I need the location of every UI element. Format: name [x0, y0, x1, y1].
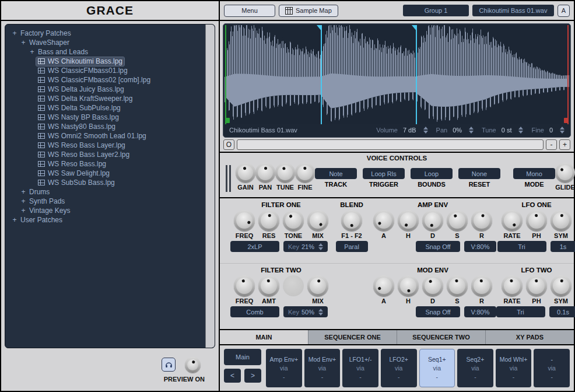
menu-button[interactable]: Menu: [224, 5, 275, 17]
a-button[interactable]: A: [558, 5, 570, 17]
waveform-scrollbar[interactable]: [237, 139, 544, 150]
field-value[interactable]: 7 dB: [403, 127, 416, 134]
stepper-arrows-icon[interactable]: [560, 127, 565, 134]
tree-leaf-ws-delta-kraftsweeper-lpg[interactable]: WS Delta KraftSweeper.lpg: [8, 94, 204, 103]
knob-pan[interactable]: [255, 163, 275, 183]
sample-end-marker[interactable]: [567, 25, 569, 124]
knob-gain[interactable]: [236, 163, 255, 183]
field-value[interactable]: 0%: [453, 127, 462, 134]
tab-sequencer-one[interactable]: SEQUENCER ONE: [308, 330, 397, 344]
tree-leaf-ws-delta-subpulse-lpg[interactable]: WS Delta SubPulse.lpg: [8, 103, 204, 113]
dropdown-snap-off[interactable]: Snap Off: [416, 306, 460, 317]
group-selector[interactable]: Group 1: [403, 5, 469, 16]
knob-h[interactable]: [398, 210, 419, 231]
knob-tone[interactable]: [283, 210, 304, 231]
zoom-in-button[interactable]: +: [559, 139, 570, 150]
dropdown-50[interactable]: Key50%: [283, 306, 328, 317]
knob-rate[interactable]: [502, 275, 523, 296]
knob-d[interactable]: [422, 275, 443, 296]
browser-scrollbar[interactable]: [205, 24, 215, 348]
knob-a[interactable]: [373, 275, 394, 296]
tree-node-bass-and-leads[interactable]: +Bass and Leads: [8, 47, 204, 57]
tree-node-user-patches[interactable]: +User Patches: [8, 215, 204, 225]
dropdown-snap-off[interactable]: Snap Off: [416, 241, 460, 252]
dropdown-1s[interactable]: 1s: [551, 241, 575, 252]
dropdown-21[interactable]: Key21%: [283, 241, 328, 252]
knob-mix[interactable]: [307, 210, 328, 231]
loop-end-marker[interactable]: [416, 25, 417, 124]
dropdown-comb[interactable]: Comb: [230, 306, 279, 317]
dropdown-tri[interactable]: Tri: [497, 241, 546, 252]
tree-node-drums[interactable]: +Drums: [8, 187, 204, 197]
dropdown-paral[interactable]: Paral: [336, 241, 368, 252]
mod-slot-2-mod-env[interactable]: Mod Env+via-: [304, 349, 341, 387]
tree-leaf-ws-delta-juicy-bass-lpg[interactable]: WS Delta Juicy Bass.lpg: [8, 85, 204, 94]
mod-next-button[interactable]: >: [244, 369, 261, 383]
tree-leaf-ws-nasty80-bass-lpg[interactable]: WS Nasty80 Bass.lpg: [8, 122, 204, 131]
sample-start-marker[interactable]: [225, 25, 226, 124]
tab-sequencer-two[interactable]: SEQUENCER TWO: [397, 330, 486, 344]
sample-name-selector[interactable]: Chikoutimi Bass 01.wav: [472, 5, 554, 16]
knob-tune[interactable]: [275, 163, 295, 183]
knob-freq[interactable]: [234, 275, 255, 296]
stepper-arrows-icon[interactable]: [318, 243, 323, 250]
dropdown-v-80[interactable]: V:80%: [464, 241, 496, 252]
stepper-arrows-icon[interactable]: [518, 127, 523, 134]
mod-slot-6-seq2[interactable]: Seq2+via-: [457, 349, 493, 387]
mod-slot-7-mod-whl[interactable]: Mod Whl+via-: [496, 349, 532, 387]
tree-node-vintage-keys[interactable]: +Vintage Keys: [8, 206, 204, 215]
zoom-reset-button[interactable]: O: [223, 139, 234, 150]
tree-leaf-ws-reso-bass-layer2-lpg[interactable]: WS Reso Bass Layer2.lpg: [8, 150, 204, 159]
knob-mix[interactable]: [307, 275, 328, 296]
knob-sym[interactable]: [551, 275, 572, 296]
dropdown-v-80[interactable]: V:80%: [464, 306, 496, 317]
knob-s[interactable]: [447, 275, 468, 296]
mod-slot-3-lfo1[interactable]: LFO1+/-via-: [342, 349, 378, 387]
tab-xy-pads[interactable]: XY PADS: [486, 330, 574, 344]
stepper-arrows-icon[interactable]: [318, 309, 323, 316]
knob-f1-f2[interactable]: [341, 210, 362, 231]
stepper-arrows-icon[interactable]: [469, 127, 474, 134]
mod-slot-5-seq1[interactable]: Seq1+via-: [419, 349, 455, 387]
expand-plus-icon[interactable]: +: [20, 40, 26, 46]
stepper-arrows-icon[interactable]: [423, 127, 428, 134]
sample-map-button[interactable]: Sample Map: [279, 5, 338, 17]
dropdown-note[interactable]: Note: [315, 168, 357, 179]
zoom-out-button[interactable]: -: [546, 139, 557, 150]
mod-main-button[interactable]: Main: [224, 349, 261, 365]
expand-plus-icon[interactable]: +: [12, 30, 17, 36]
expand-plus-icon[interactable]: +: [20, 189, 26, 195]
knob-d[interactable]: [422, 210, 443, 231]
dropdown-loop[interactable]: Loop: [411, 168, 453, 179]
knob-s[interactable]: [447, 210, 468, 231]
knob-h[interactable]: [398, 275, 419, 296]
tree-leaf-ws-classicfmbass01-lpg[interactable]: WS ClassicFMbass01.lpg: [8, 66, 204, 75]
dropdown-loop-rls[interactable]: Loop Rls: [363, 168, 405, 179]
sample-start-handle[interactable]: [225, 118, 230, 123]
tab-main[interactable]: MAIN: [220, 330, 308, 344]
tree-leaf-ws-reso-bass-lpg[interactable]: WS Reso Bass.lpg: [8, 159, 204, 169]
field-value[interactable]: 0 st: [502, 127, 512, 134]
loop-start-marker[interactable]: [321, 25, 322, 124]
dropdown-none[interactable]: None: [458, 168, 500, 179]
tree-node-factory-patches[interactable]: +Factory Patches: [8, 29, 204, 38]
knob-r[interactable]: [471, 210, 492, 231]
waveform-display[interactable]: [225, 25, 569, 124]
mod-slot-4-lfo2[interactable]: LFO2+via-: [381, 349, 417, 387]
dropdown-mono[interactable]: Mono: [513, 168, 555, 179]
tree-leaf-ws-reso-bass-layer-lpg[interactable]: WS Reso Bass Layer.lpg: [8, 141, 204, 150]
tree-leaf-ws-saw-delight-lpg[interactable]: WS Saw Delight.lpg: [8, 169, 204, 178]
knob-a[interactable]: [373, 210, 394, 231]
knob-ph[interactable]: [526, 275, 547, 296]
mod-slot-8-[interactable]: -via-: [534, 349, 570, 387]
mod-slot-1-amp-env[interactable]: Amp Env+via-: [266, 349, 302, 387]
field-value[interactable]: 0: [549, 127, 553, 134]
knob-ph[interactable]: [526, 210, 547, 231]
knob-fine[interactable]: [295, 163, 315, 183]
knob-res[interactable]: [258, 210, 279, 231]
expand-plus-icon[interactable]: +: [20, 208, 26, 214]
knob-amt[interactable]: [258, 275, 279, 296]
expand-plus-icon[interactable]: +: [20, 198, 26, 204]
preview-headphones-button[interactable]: [162, 358, 176, 372]
tree-leaf-ws-omni2-smooth-lead-01-lpg[interactable]: WS Omni2 Smooth Lead 01.lpg: [8, 131, 204, 141]
